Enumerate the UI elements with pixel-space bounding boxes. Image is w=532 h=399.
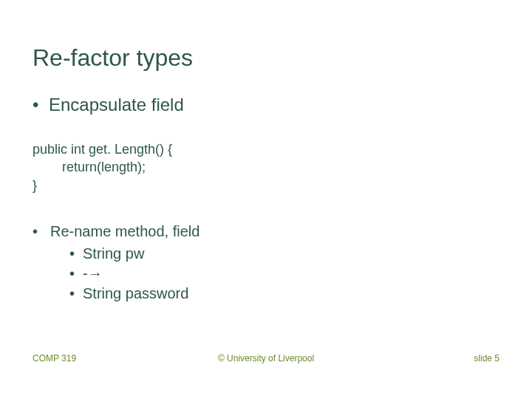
- bullet-1: •Encapsulate field: [33, 95, 184, 115]
- code-block: public int get. Length() { return(length…: [33, 140, 172, 194]
- bullet-2: •Re-name method, field: [33, 223, 200, 240]
- sub-bullet-text: String password: [83, 285, 188, 301]
- footer-slide-number: slide 5: [474, 353, 499, 364]
- slide-title: Re-factor types: [33, 44, 193, 72]
- bullet-dot-icon: •: [69, 284, 83, 304]
- bullet-dot-icon: •: [69, 264, 83, 284]
- code-line: return(length);: [33, 158, 172, 176]
- footer-slide-prefix: slide: [474, 353, 494, 364]
- code-line: }: [33, 177, 172, 194]
- sub-bullet: •String password: [69, 284, 188, 304]
- slide: Re-factor types •Encapsulate field publi…: [0, 0, 532, 399]
- sub-bullet-list: •String pw •-→ •String password: [69, 244, 188, 304]
- bullet-dot-icon: •: [33, 95, 49, 115]
- bullet-2-text: Re-name method, field: [50, 223, 200, 239]
- sub-bullet: •String pw: [69, 244, 188, 264]
- footer-slide-num: 5: [494, 353, 499, 364]
- bullet-dot-icon: •: [33, 223, 50, 240]
- footer-copyright: © University of Liverpool: [0, 353, 532, 364]
- bullet-1-text: Encapsulate field: [49, 95, 184, 115]
- bullet-dot-icon: •: [69, 244, 83, 264]
- sub-bullet-text: String pw: [83, 245, 144, 262]
- sub-bullet-text: -→: [83, 265, 103, 282]
- sub-bullet: •-→: [69, 264, 188, 284]
- code-line: public int get. Length() {: [33, 140, 172, 158]
